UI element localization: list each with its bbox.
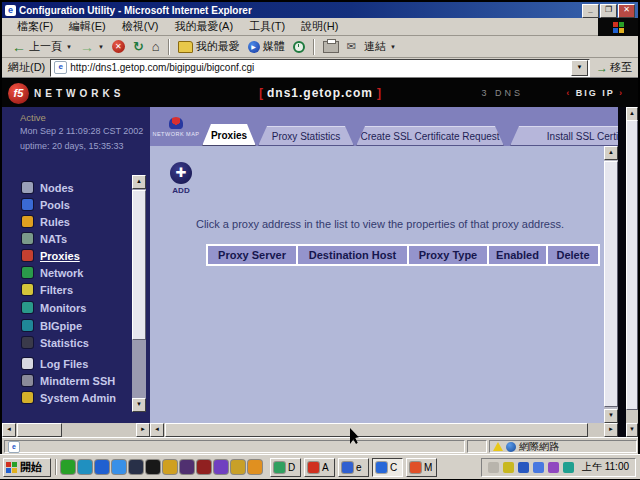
scroll-down-icon[interactable]: ▼ [626,423,638,437]
sidebar-item-nodes[interactable]: Nodes [22,180,74,195]
sidebar-item-mindterm-ssh[interactable]: Mindterm SSH [22,373,115,388]
address-input[interactable] [70,62,571,73]
scroll-down-icon[interactable]: ▼ [604,409,618,423]
sidebar-item-statistics[interactable]: Statistics [22,335,89,350]
quick-launch-icon-5[interactable] [129,460,143,474]
print-button[interactable] [319,40,343,54]
product-bigip-link[interactable]: ‹ BIG IP › [566,88,624,98]
quick-launch-icon-10[interactable] [214,460,228,474]
scrollbar-thumb[interactable] [165,423,588,437]
sidebar-vertical-scrollbar[interactable]: ▲ ▼ [132,175,146,412]
sidebar-item-log-files[interactable]: Log Files [22,356,88,371]
scroll-up-icon[interactable]: ▲ [626,107,638,121]
media-button[interactable]: ▶ 媒體 [244,38,289,55]
zone-label: 網際網路 [519,440,559,454]
tray-icon-6[interactable] [563,462,574,473]
refresh-icon: ↻ [133,40,144,53]
network-map-button[interactable]: NETWORK MAP [153,110,199,143]
sidebar-item-system-admin[interactable]: System Admin [22,390,116,405]
sidebar-item-filters[interactable]: Filters [22,282,73,297]
scrollbar-thumb[interactable] [626,120,638,410]
quick-launch-icon-7[interactable] [163,460,177,474]
product-3dns-link[interactable]: 3 DNS [481,88,523,98]
task-button-2[interactable]: A [304,458,335,477]
refresh-button[interactable]: ↻ [129,39,148,54]
menu-item-6[interactable]: 說明(H) [294,18,345,35]
tab-install-ssl-certifi[interactable]: Install SSL Certifi [510,126,618,146]
tray-icon-3[interactable] [518,462,529,473]
sidebar-horizontal-scrollbar[interactable]: ◄ ► [2,423,150,437]
close-button[interactable]: ✕ [618,4,635,18]
tray-icon-2[interactable] [503,462,514,473]
task-button-5[interactable]: M [406,458,437,477]
scroll-right-icon[interactable]: ► [604,423,618,437]
scroll-left-icon[interactable]: ◄ [2,423,16,437]
main-vertical-scrollbar[interactable]: ▲ ▼ [604,146,618,423]
stop-button[interactable]: ✕ [108,39,129,54]
tab-proxy-statistics[interactable]: Proxy Statistics [258,126,354,146]
home-button[interactable]: ⌂ [148,39,164,54]
address-bar: 網址(D) e ▼ → 移至 [2,58,638,78]
forward-dropdown-icon[interactable]: ▼ [98,44,104,50]
menu-item-3[interactable]: 檢視(V) [115,18,166,35]
links-button[interactable]: 連結 ▼ [360,38,400,55]
add-proxy-button[interactable]: ✚ [170,162,192,184]
scroll-left-icon[interactable]: ◄ [150,423,164,437]
sidebar-item-network[interactable]: Network [22,265,83,280]
network-map-label: NETWORK MAP [152,131,199,137]
history-button[interactable] [289,40,309,54]
sidebar-item-proxies[interactable]: Proxies [22,248,80,263]
tab-create-ssl-certificate-request[interactable]: Create SSL Certificate Request [356,126,504,146]
menu-item-4[interactable]: 我的最愛(A) [167,18,240,35]
start-label: 開始 [20,460,42,475]
sidebar-item-bigpipe[interactable]: BIGpipe [22,318,82,333]
sidebar-item-monitors[interactable]: Monitors [22,300,86,315]
quick-launch-icon-9[interactable] [197,460,211,474]
address-dropdown-icon[interactable]: ▼ [571,60,588,76]
minimize-button[interactable]: _ [582,4,599,18]
sidebar-item-pools[interactable]: Pools [22,197,70,212]
scrollbar-thumb[interactable] [604,161,618,407]
tray-icon-4[interactable] [533,462,544,473]
menu-item-5[interactable]: 工具(T) [242,18,292,35]
screen: e Configuration Utility - Microsoft Inte… [0,0,640,480]
quick-launch-icon-3[interactable] [95,460,109,474]
quick-launch-icon-8[interactable] [180,460,194,474]
sidebar-item-nats[interactable]: NATs [22,231,67,246]
scrollbar-thumb[interactable] [17,423,62,437]
menu-item-1[interactable]: 檔案(F) [10,18,60,35]
scrollbar-thumb[interactable] [132,190,146,340]
ie-throbber [598,18,638,36]
back-dropdown-icon[interactable]: ▼ [66,44,72,50]
task-button-3[interactable]: e [338,458,369,477]
tray-icon-1[interactable] [488,462,499,473]
favorites-button[interactable]: 我的最愛 [174,38,244,55]
sidebar-item-rules[interactable]: Rules [22,214,70,229]
quick-launch-icon-1[interactable] [61,460,75,474]
tray-icon-5[interactable] [548,462,559,473]
sidebar-item-label: Nodes [40,182,74,194]
scroll-up-icon[interactable]: ▲ [132,175,146,189]
quick-launch-icon-4[interactable] [112,460,126,474]
quick-launch-icon-11[interactable] [231,460,245,474]
quick-launch-icon-2[interactable] [78,460,92,474]
start-button[interactable]: 開始 [3,458,51,477]
quick-launch-icon-12[interactable] [248,460,262,474]
sidebar-item-label: Monitors [40,302,86,314]
menu-item-2[interactable]: 編輯(E) [62,18,113,35]
tab-proxies[interactable]: Proxies [202,124,256,146]
quick-launch-icon-6[interactable] [146,460,160,474]
scroll-up-icon[interactable]: ▲ [604,146,618,160]
main-horizontal-scrollbar[interactable]: ◄ ► [150,423,618,437]
task-button-4[interactable]: C [372,458,403,477]
mail-button[interactable]: ✉ [343,40,360,53]
restore-button[interactable]: ❐ [600,4,617,18]
forward-button[interactable]: → ▼ [76,40,108,54]
window-vertical-scrollbar[interactable]: ▲ ▼ [626,107,638,437]
task-button-1[interactable]: D [270,458,301,477]
scroll-right-icon[interactable]: ► [136,423,150,437]
media-label: 媒體 [263,39,285,54]
go-button[interactable]: → 移至 [594,60,638,75]
scroll-down-icon[interactable]: ▼ [132,398,146,412]
back-button[interactable]: ← 上一頁 ▼ [8,38,76,55]
